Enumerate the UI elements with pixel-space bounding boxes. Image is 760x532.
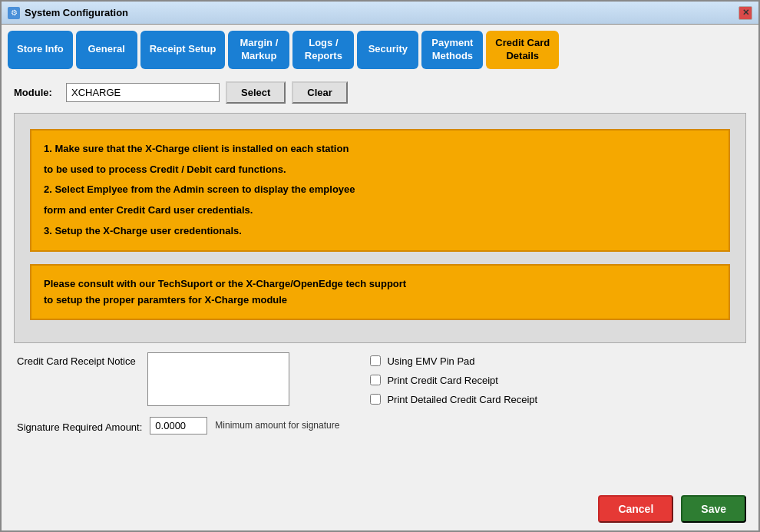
tab-credit-card-details[interactable]: Credit Card Details xyxy=(486,31,559,69)
right-form: Using EMV Pin Pad Print Credit Card Rece… xyxy=(370,352,537,405)
cancel-button[interactable]: Cancel xyxy=(598,495,673,523)
signature-label: Signature Required Amount: xyxy=(17,418,142,433)
tab-store-info[interactable]: Store Info xyxy=(8,31,73,69)
info-box-1: 1. Make sure that the X-Charge client is… xyxy=(30,129,730,252)
signature-hint: Minimum amount for signature xyxy=(215,420,339,431)
window-icon: ⚙ xyxy=(8,7,20,19)
tab-payment-methods[interactable]: Payment Methods xyxy=(421,31,483,69)
print-detailed-checkbox[interactable] xyxy=(370,394,381,405)
tab-receipt-setup[interactable]: Receipt Setup xyxy=(140,31,226,69)
info-line-2b: form and enter Credit Card user credenti… xyxy=(44,203,716,219)
module-label: Module: xyxy=(14,87,60,98)
info-line-2: 2. Select Emplyee from the Admin screen … xyxy=(44,182,716,198)
receipt-notice-input[interactable] xyxy=(147,352,289,406)
tab-bar: Store Info General Receipt Setup Margin … xyxy=(2,25,758,69)
receipt-notice-row: Credit Card Receipt Notice xyxy=(17,352,339,406)
receipt-notice-label: Credit Card Receipt Notice xyxy=(17,352,140,367)
content-area: Module: Select Clear 1. Make sure that t… xyxy=(2,69,758,487)
left-form: Credit Card Receipt Notice Signature Req… xyxy=(17,352,339,435)
clear-button[interactable]: Clear xyxy=(292,81,348,104)
info-line-1: 1. Make sure that the X-Charge client is… xyxy=(44,141,716,157)
save-button[interactable]: Save xyxy=(681,495,746,523)
print-receipt-checkbox-row: Print Credit Card Receipt xyxy=(370,375,537,386)
footer: Cancel Save xyxy=(2,487,758,530)
info-panel: 1. Make sure that the X-Charge client is… xyxy=(14,113,746,343)
info-line-3: 3. Setup the X-Charge user credentionals… xyxy=(44,223,716,240)
tab-general[interactable]: General xyxy=(76,31,137,69)
module-row: Module: Select Clear xyxy=(14,81,746,104)
select-button[interactable]: Select xyxy=(226,81,286,104)
emv-checkbox-row: Using EMV Pin Pad xyxy=(370,355,537,367)
tab-margin-markup[interactable]: Margin / Markup xyxy=(228,31,289,69)
system-configuration-window: ⚙ System Configuration ✕ Store Info Gene… xyxy=(0,0,760,532)
info-box-2: Please consult with our TechSuport or th… xyxy=(30,264,730,321)
info-line-1b: to be used to process Credit / Debit car… xyxy=(44,162,716,178)
signature-row: Signature Required Amount: Minimum amoun… xyxy=(17,417,339,435)
emv-checkbox[interactable] xyxy=(370,355,381,366)
module-input[interactable] xyxy=(66,83,220,102)
close-button[interactable]: ✕ xyxy=(739,6,752,20)
tab-logs-reports[interactable]: Logs / Reports xyxy=(292,31,354,69)
print-receipt-checkbox[interactable] xyxy=(370,375,381,385)
print-detailed-label: Print Detailed Credit Card Receipt xyxy=(387,394,537,405)
title-bar: ⚙ System Configuration ✕ xyxy=(2,2,758,25)
print-receipt-label: Print Credit Card Receipt xyxy=(387,375,498,386)
emv-label: Using EMV Pin Pad xyxy=(387,355,474,367)
window-title: System Configuration xyxy=(25,7,739,18)
tab-security[interactable]: Security xyxy=(357,31,418,69)
print-detailed-checkbox-row: Print Detailed Credit Card Receipt xyxy=(370,394,537,405)
signature-amount-input[interactable] xyxy=(150,417,207,435)
bottom-section: Credit Card Receipt Notice Signature Req… xyxy=(14,352,746,435)
